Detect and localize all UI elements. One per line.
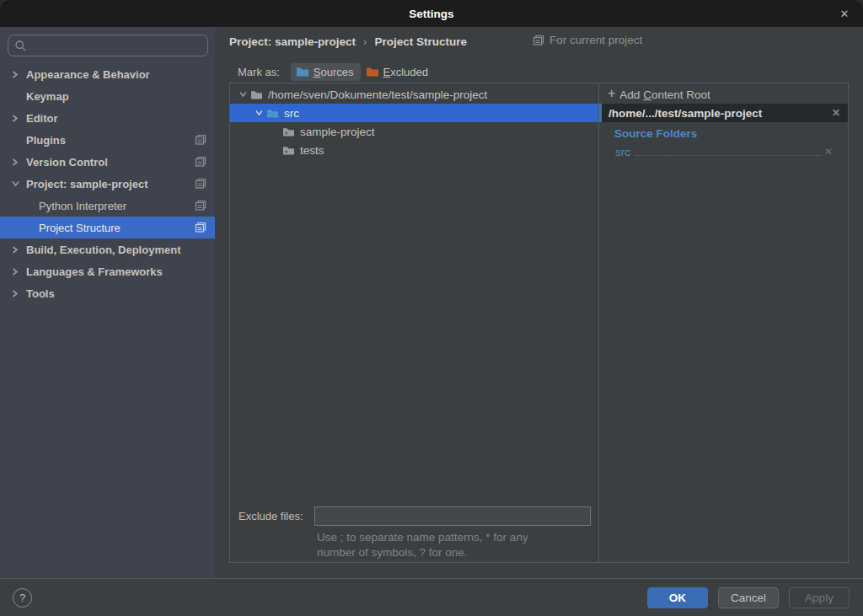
- project-structure-panels: /home/sven/Dokumente/test/sample-project…: [229, 83, 849, 563]
- chevron-right-icon[interactable]: [12, 268, 26, 276]
- chevron-right-icon[interactable]: [12, 115, 26, 122]
- breadcrumb-separator: ›: [363, 35, 367, 48]
- add-content-root-button[interactable]: + Add Content Root: [599, 85, 848, 104]
- sidebar-item-label: Version Control: [26, 156, 108, 169]
- search-input[interactable]: [8, 35, 208, 56]
- sidebar-item-tools[interactable]: Tools: [0, 282, 215, 304]
- settings-sidebar: Appearance & Behavior Keymap Editor Plug…: [0, 27, 215, 577]
- current-project-icon: [195, 178, 206, 190]
- chevron-down-icon[interactable]: [12, 180, 26, 187]
- folder-icon: [250, 89, 264, 100]
- page-title: Project Structure: [374, 35, 467, 48]
- sidebar-item-label: Appearance & Behavior: [26, 68, 150, 81]
- scope-label: For current project: [549, 34, 642, 46]
- chevron-right-icon[interactable]: [12, 290, 26, 297]
- mark-as-sources-button[interactable]: Sources: [291, 63, 361, 81]
- source-folder-name[interactable]: src: [615, 146, 630, 158]
- tree-row-label: tests: [300, 144, 324, 157]
- sidebar-item-python-interpreter[interactable]: Python Interpreter: [0, 195, 215, 217]
- dialog-buttons: OK Cancel Apply: [647, 587, 850, 608]
- sidebar-item-label: Tools: [26, 287, 55, 300]
- breadcrumb-project: Project: sample-project: [229, 35, 356, 48]
- sources-folder-icon: [296, 66, 309, 78]
- help-button[interactable]: ?: [13, 588, 32, 608]
- sidebar-item-build-execution-deployment[interactable]: Build, Execution, Deployment: [0, 238, 215, 260]
- sidebar-item-version-control[interactable]: Version Control: [0, 151, 215, 173]
- tree-row-src[interactable]: src: [230, 104, 598, 122]
- scope-indicator: For current project: [533, 34, 642, 46]
- cancel-button[interactable]: Cancel: [718, 587, 779, 608]
- exclude-files-help: Use ; to separate name patterns, * for a…: [317, 530, 528, 560]
- content-roots-panel: + Add Content Root /home/.../test/sample…: [599, 83, 848, 562]
- tree-row-label: sample-project: [300, 126, 375, 138]
- sidebar-item-label: Build, Execution, Deployment: [26, 244, 180, 256]
- tree-row-sample-project[interactable]: sample-project: [230, 122, 598, 141]
- exclude-files-label: Exclude files:: [239, 510, 314, 522]
- source-folder-row[interactable]: src ✕: [615, 143, 833, 160]
- chevron-right-icon[interactable]: [12, 158, 26, 166]
- exclude-files-input[interactable]: [314, 506, 591, 526]
- search-icon: [14, 40, 27, 52]
- folder-icon: [282, 145, 296, 156]
- tree-row-label: src: [284, 107, 299, 120]
- sidebar-item-label: Languages & Frameworks: [26, 265, 163, 278]
- dialog-title: Settings: [409, 8, 453, 20]
- sidebar-item-label: Keymap: [26, 90, 69, 103]
- content-root-path: /home/.../test/sample-project: [608, 107, 762, 120]
- exclude-files-row: Exclude files:: [230, 506, 598, 526]
- current-project-icon: [195, 156, 206, 168]
- sidebar-item-keymap[interactable]: Keymap: [0, 85, 215, 107]
- sidebar-item-project-sample-project[interactable]: Project: sample-project: [0, 173, 215, 195]
- tree-row-content-root[interactable]: /home/sven/Dokumente/test/sample-project: [230, 85, 598, 104]
- search-field[interactable]: [32, 40, 201, 52]
- folder-icon: [282, 126, 296, 137]
- directory-tree-panel: /home/sven/Dokumente/test/sample-project…: [230, 83, 599, 562]
- close-icon[interactable]: ✕: [833, 0, 856, 27]
- chevron-right-icon[interactable]: [12, 246, 26, 254]
- sidebar-item-label: Project Structure: [39, 222, 121, 234]
- chevron-right-icon[interactable]: [12, 71, 26, 78]
- directory-tree: /home/sven/Dokumente/test/sample-project…: [230, 83, 598, 159]
- sidebar-item-label: Python Interpreter: [39, 200, 126, 212]
- ok-button[interactable]: OK: [647, 587, 708, 608]
- sidebar-item-label: Editor: [26, 112, 58, 125]
- sidebar-item-label: Plugins: [26, 134, 66, 147]
- current-project-icon: [195, 134, 206, 146]
- source-folder-icon: [266, 108, 280, 119]
- mark-as-toolbar: Mark as: Sources Excluded: [238, 61, 435, 83]
- plus-icon: +: [608, 86, 615, 101]
- sidebar-item-label: Project: sample-project: [26, 178, 148, 190]
- mark-as-label: Mark as:: [238, 66, 280, 78]
- current-project-icon: [195, 200, 206, 212]
- sidebar-item-languages-frameworks[interactable]: Languages & Frameworks: [0, 260, 215, 282]
- settings-dialog: Settings ✕ Appearance & Behavior Keymap …: [0, 0, 863, 616]
- excluded-folder-icon: [366, 66, 379, 78]
- remove-source-folder-icon[interactable]: ✕: [824, 146, 833, 158]
- chevron-down-icon[interactable]: [252, 110, 266, 116]
- sidebar-item-appearance-behavior[interactable]: Appearance & Behavior: [0, 63, 215, 85]
- chevron-down-icon[interactable]: [236, 91, 250, 98]
- content-root-row[interactable]: /home/.../test/sample-project ✕: [599, 104, 848, 122]
- current-project-icon: [195, 222, 206, 233]
- remove-content-root-icon[interactable]: ✕: [832, 107, 840, 119]
- sidebar-item-plugins[interactable]: Plugins: [0, 129, 215, 151]
- mark-as-excluded-button[interactable]: Excluded: [361, 63, 435, 81]
- settings-nav: Appearance & Behavior Keymap Editor Plug…: [0, 63, 215, 304]
- source-folders-heading: Source Folders: [614, 127, 697, 140]
- breadcrumb: Project: sample-project › Project Struct…: [229, 33, 467, 50]
- title-bar: Settings ✕: [0, 0, 863, 27]
- sidebar-item-editor[interactable]: Editor: [0, 107, 215, 129]
- current-project-icon: [533, 35, 544, 46]
- tree-row-tests[interactable]: tests: [230, 141, 598, 159]
- tree-row-label: /home/sven/Dokumente/test/sample-project: [268, 88, 487, 101]
- dotted-leader: [635, 155, 820, 156]
- dialog-footer: ? OK Cancel Apply: [0, 578, 863, 616]
- apply-button[interactable]: Apply: [789, 587, 850, 608]
- sidebar-item-project-structure[interactable]: Project Structure: [0, 217, 215, 238]
